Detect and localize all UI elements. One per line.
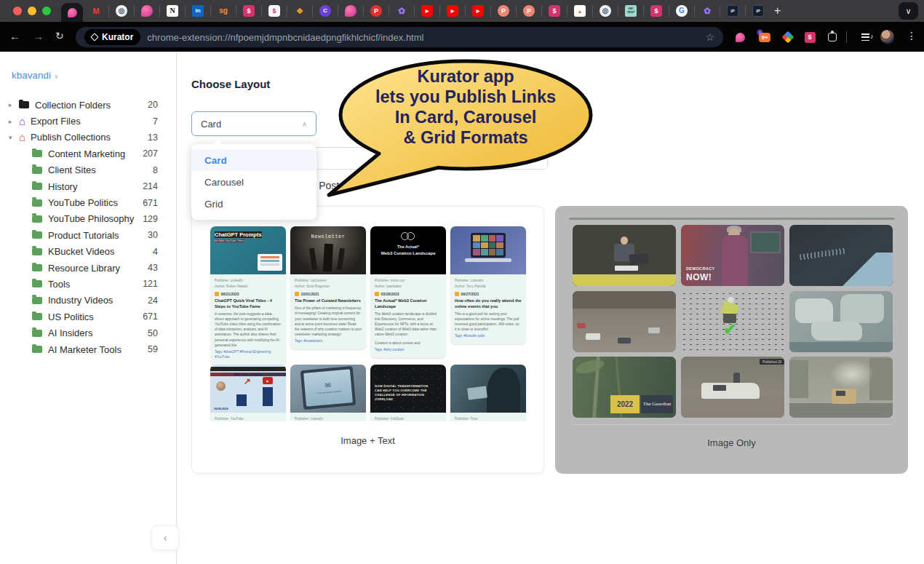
link-card-new-message[interactable]: ✉ 1 new message received Publisher: Link… <box>290 365 366 421</box>
tab-favicon-salmon-p-2[interactable]: P <box>516 5 535 17</box>
sidebar-item-ai-insiders[interactable]: AI Insiders 50 <box>0 325 176 341</box>
back-button[interactable]: ← <box>9 30 20 42</box>
link-card-keyword-rankings[interactable]: Skyrocket Keyword Rankings With Video Em… <box>210 365 286 421</box>
thumb-democracy-now[interactable]: DEMOCRACY NOW! <box>681 225 784 286</box>
tab-favicon-google[interactable]: G <box>669 5 688 17</box>
new-tab-button[interactable]: + <box>774 4 781 17</box>
tab-favicon-purple-flower[interactable]: ✿ <box>389 5 407 17</box>
thumb-cleanup-worker-selected[interactable]: ✔ <box>681 291 784 352</box>
sidebar-item-kbucket-videos[interactable]: KBucket Videos 4 <box>0 244 176 260</box>
thumb-flooded-truck[interactable]: Published 20 <box>681 357 784 418</box>
tab-favicon-test-teal[interactable]: 3AY TEST <box>618 5 637 17</box>
extension-diamond-icon[interactable] <box>781 31 794 44</box>
sidebar-item-resource-library[interactable]: Resource Library 43 <box>0 260 176 276</box>
extensions-puzzle-icon[interactable] <box>826 31 839 44</box>
reload-button[interactable]: ↻ <box>55 30 64 41</box>
tab-favicon-rings[interactable]: ◎ <box>108 5 127 17</box>
thumb-flooded-street[interactable] <box>573 291 676 352</box>
window-zoom-button[interactable] <box>42 7 51 15</box>
tab-favicon-youtube-3[interactable]: ▶ <box>465 5 484 17</box>
sidebar-item-collection-folders[interactable]: ▸ Collection Folders 20 <box>0 97 176 113</box>
window-minimize-button[interactable] <box>28 7 36 15</box>
tab-favicon-cash-magenta[interactable]: $ <box>236 5 255 17</box>
sidebar-item-client-sites[interactable]: Client Sites 8 <box>0 162 176 178</box>
link-card-online-events-poll[interactable]: Publisher: LinkedIn Author: Tony Padella… <box>450 226 526 344</box>
card-publisher: Publisher: InfoDesk <box>375 416 442 421</box>
tab-favicon-kurator-bird-2[interactable] <box>338 5 357 17</box>
tab-favicon-cash-magenta-3[interactable]: $ <box>643 5 662 17</box>
extension-nine-plus-icon[interactable]: 9+ <box>758 31 771 44</box>
link-card-curated-newsletters[interactable]: Newsletter Publisher: UpContent Author: … <box>290 226 366 349</box>
window-close-button[interactable] <box>13 7 22 15</box>
sidebar-item-content-marketing[interactable]: Content Marketing 207 <box>0 146 176 162</box>
username-dropdown[interactable]: kbavandi∨ <box>12 70 59 81</box>
item-count: 129 <box>143 214 158 224</box>
link-card-digital-transformation[interactable]: HOW DIGITAL TRANSFORMATION CAN HELP YOU … <box>370 365 446 421</box>
extension-site-chip[interactable]: Kurator <box>84 29 140 45</box>
menu-option-carousel[interactable]: Carousel <box>191 171 316 193</box>
tab-favicon-purple-flower-2[interactable]: ✿ <box>694 5 713 17</box>
layout-select[interactable]: Card ∧ <box>191 111 316 136</box>
tab-favicon-cash-white[interactable]: $ <box>261 5 280 17</box>
sidebar-item-publish-collections[interactable]: ▾ ⌂ Publish Collections 13 <box>0 130 176 146</box>
tab-favicon-youtube-1[interactable]: ▶ <box>414 5 433 17</box>
tab-favicon-rings-2[interactable]: ◎ <box>592 5 611 17</box>
sidebar-item-ai-marketer-tools[interactable]: AI Marketer Tools 59 <box>0 341 176 357</box>
thumb-conference-speaker[interactable] <box>573 225 676 286</box>
card-thumbnail: ✉ 1 new message received <box>290 365 366 413</box>
tab-search-chevron-button[interactable]: ∨ <box>899 2 918 20</box>
tab-favicon-siteground[interactable]: sg <box>210 5 229 17</box>
menu-option-grid[interactable]: Grid <box>191 193 316 215</box>
extension-cash-icon[interactable]: $ <box>803 31 816 44</box>
tab-favicon-purple-c[interactable]: C <box>312 5 331 17</box>
tab-favicon-red-p[interactable]: P <box>363 5 382 17</box>
tab-favicon-ip-2[interactable]: iP <box>745 5 764 17</box>
thumb-glacier-ice[interactable] <box>789 291 893 352</box>
sidebar-item-us-politics[interactable]: US Politics 671 <box>0 309 176 325</box>
card-tags[interactable]: Tags: #linkedin polls <box>455 334 522 339</box>
profile-avatar[interactable] <box>880 30 894 44</box>
tab-favicon-photos[interactable]: ▲ <box>567 5 586 17</box>
thumb-house-smoke[interactable] <box>789 357 893 418</box>
menu-option-card[interactable]: Card <box>191 149 316 171</box>
media-playlist-icon[interactable]: ♪ <box>859 31 872 44</box>
sidebar-item-history[interactable]: History 214 <box>0 178 176 194</box>
active-tab-kurator[interactable] <box>61 3 83 22</box>
card-tags[interactable]: Tags: #chatGPT #Prompt Engineering #YouT… <box>215 350 282 360</box>
caret-icon[interactable]: ▾ <box>9 134 19 141</box>
tab-favicon-youtube-2[interactable]: ▶ <box>439 5 458 17</box>
sidebar-item-tools[interactable]: Tools 121 <box>0 276 176 292</box>
tab-favicon-gmail[interactable]: M <box>90 5 102 17</box>
card-tags[interactable]: Tags: #why curation <box>375 348 442 353</box>
item-count: 50 <box>148 328 158 338</box>
caret-icon[interactable]: ▸ <box>9 118 19 125</box>
tab-favicon-notion[interactable]: N <box>159 5 178 17</box>
tab-favicon-cash-magenta-2[interactable]: $ <box>541 5 560 17</box>
sidebar-item-youtube-politics[interactable]: YouTube Politics 671 <box>0 194 176 210</box>
tab-favicon-salmon-p-1[interactable]: P <box>490 5 509 17</box>
browser-menu-button[interactable]: ⋮ <box>907 30 917 41</box>
decor <box>836 391 845 396</box>
extension-kurator-icon[interactable] <box>733 31 746 44</box>
sidebar-collapse-button[interactable]: ‹ <box>151 525 179 550</box>
link-card-chatgpt-prompts[interactable]: ChatGPT Prompts for Killer YouTube Title… <box>210 226 286 365</box>
tab-favicon-ip-1[interactable]: iP <box>720 5 738 17</box>
link-card-time-article[interactable]: Publisher: Time Author: Tony Haile <box>450 365 526 421</box>
sidebar-item-youtube-philosophy[interactable]: YouTube Philosophy 129 <box>0 211 176 227</box>
sidebar-item-industry-videos[interactable]: Industry Videos 24 <box>0 293 176 309</box>
bookmark-star-icon[interactable]: ☆ <box>705 31 714 43</box>
card-tags[interactable]: Tags: #newsletters <box>295 339 362 344</box>
tab-favicon-kurator-bird[interactable] <box>134 5 153 17</box>
tab-favicon-linkedin[interactable]: in <box>185 5 204 17</box>
thumb-forest-guardian[interactable]: 2022 The Guardian <box>573 357 676 418</box>
link-card-web3-curation[interactable]: The Actual* Web3 Curation Landscape Publ… <box>370 226 446 358</box>
address-bar[interactable]: Kurator chrome-extension://nfpoemjdmpnbc… <box>76 27 723 47</box>
caret-icon[interactable]: ▸ <box>9 101 19 108</box>
forward-button[interactable]: → <box>33 30 44 42</box>
typewriter-key <box>309 248 317 271</box>
sidebar-item-product-tutorials[interactable]: Product Tutorials 30 <box>0 227 176 243</box>
sidebar-item-export-files[interactable]: ▸ ⌂ Export Files 7 <box>0 113 176 129</box>
preview-divider <box>572 424 892 425</box>
tab-favicon-orange-knot[interactable]: ❖ <box>287 5 306 17</box>
thumb-dark-coast[interactable] <box>789 225 893 286</box>
